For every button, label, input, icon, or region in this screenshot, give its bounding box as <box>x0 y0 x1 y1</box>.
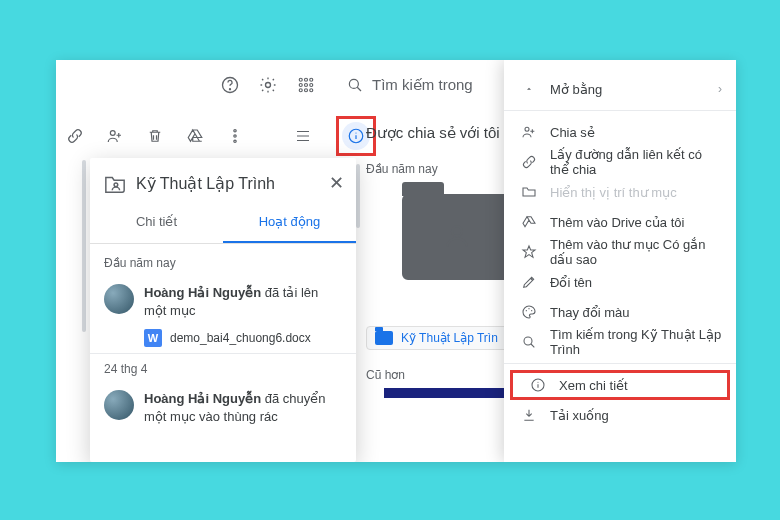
folder-outline-icon <box>518 184 540 200</box>
tab-activity[interactable]: Hoạt động <box>223 204 356 243</box>
svg-point-7 <box>305 84 308 87</box>
menu-get-link[interactable]: Lấy đường dẫn liên kết có thể chia <box>504 147 736 177</box>
share-icon <box>518 124 540 140</box>
svg-point-14 <box>234 130 236 132</box>
svg-point-3 <box>299 78 302 81</box>
svg-point-20 <box>114 183 118 187</box>
list-view-icon[interactable] <box>290 123 316 149</box>
open-with-icon <box>518 81 540 97</box>
svg-point-22 <box>526 310 527 311</box>
search-icon <box>346 76 364 94</box>
selection-toolbar <box>56 118 376 154</box>
svg-point-10 <box>305 89 308 92</box>
menu-download[interactable]: Tải xuống <box>504 400 736 430</box>
svg-point-25 <box>524 337 532 345</box>
menu-label: Thay đổi màu <box>550 305 630 320</box>
menu-add-drive[interactable]: Thêm vào Drive của tôi <box>504 207 736 237</box>
menu-search-in[interactable]: Tìm kiếm trong Kỹ Thuật Lập Trình <box>504 327 736 357</box>
download-icon <box>518 407 540 423</box>
trash-icon[interactable] <box>142 123 168 149</box>
svg-point-2 <box>266 83 271 88</box>
scroll-handle[interactable] <box>356 164 360 228</box>
avatar <box>104 284 134 314</box>
word-icon: W <box>144 329 162 347</box>
info-icon <box>527 377 549 393</box>
drive-window: Tìm kiếm trong Được chia sẻ với tôi Đầu … <box>56 60 736 462</box>
activity-date: 24 thg 4 <box>104 360 342 384</box>
file-chip[interactable]: W demo_bai4_chuong6.docx <box>144 329 342 347</box>
share-person-icon[interactable] <box>102 123 128 149</box>
activity-row: Hoàng Hải Nguyễn đã tải lên một mục <box>104 278 342 323</box>
svg-point-12 <box>349 79 358 88</box>
star-icon <box>518 244 540 260</box>
avatar <box>104 390 134 420</box>
details-panel: Kỹ Thuật Lập Trình ✕ Chi tiết Hoạt động … <box>90 158 356 462</box>
menu-label: Thêm vào thư mục Có gắn dấu sao <box>550 237 722 267</box>
activity-user: Hoàng Hải Nguyễn <box>144 285 261 300</box>
svg-point-21 <box>525 127 529 131</box>
help-icon[interactable] <box>216 71 244 99</box>
drive-add-icon <box>518 214 540 230</box>
svg-point-6 <box>299 84 302 87</box>
menu-label: Lấy đường dẫn liên kết có thể chia <box>550 147 722 177</box>
tab-details[interactable]: Chi tiết <box>90 204 223 243</box>
close-icon[interactable]: ✕ <box>329 172 344 194</box>
more-icon[interactable] <box>222 123 248 149</box>
menu-label: Tải xuống <box>550 408 609 423</box>
menu-label: Xem chi tiết <box>559 378 628 393</box>
svg-point-15 <box>234 135 236 137</box>
search-box[interactable]: Tìm kiếm trong <box>346 76 473 94</box>
svg-point-19 <box>452 226 462 236</box>
menu-add-starred[interactable]: Thêm vào thư mục Có gắn dấu sao <box>504 237 736 267</box>
activity-section-1: Đầu năm nay <box>104 254 342 278</box>
menu-label: Chia sẻ <box>550 125 595 140</box>
search-icon <box>518 334 540 350</box>
menu-view-details[interactable]: Xem chi tiết <box>510 370 730 400</box>
file-name: demo_bai4_chuong6.docx <box>170 331 311 345</box>
folder-icon <box>375 331 393 345</box>
svg-point-9 <box>299 89 302 92</box>
menu-open-with[interactable]: Mở bằng › <box>504 74 736 104</box>
menu-rename[interactable]: Đổi tên <box>504 267 736 297</box>
search-placeholder: Tìm kiếm trong <box>372 76 473 94</box>
menu-label: Đổi tên <box>550 275 592 290</box>
svg-point-24 <box>531 310 532 311</box>
panel-tabs: Chi tiết Hoạt động <box>90 204 356 244</box>
svg-point-1 <box>230 89 231 90</box>
menu-label: Thêm vào Drive của tôi <box>550 215 684 230</box>
svg-point-11 <box>310 89 313 92</box>
gear-icon[interactable] <box>254 71 282 99</box>
menu-label: Tìm kiếm trong Kỹ Thuật Lập Trình <box>550 327 722 357</box>
svg-point-4 <box>305 78 308 81</box>
svg-point-5 <box>310 78 313 81</box>
chevron-right-icon: › <box>718 82 722 96</box>
menu-show-location: Hiển thị vị trí thư mục <box>504 177 736 207</box>
panel-drag-handle[interactable] <box>82 160 86 332</box>
svg-point-23 <box>528 308 529 309</box>
palette-icon <box>518 304 540 320</box>
svg-point-8 <box>310 84 313 87</box>
svg-point-13 <box>110 131 115 136</box>
shared-folder-thumb[interactable] <box>402 194 512 280</box>
context-menu: Mở bằng › Chia sẻ Lấy đường dẫn liên kết… <box>504 60 736 462</box>
apps-grid-icon[interactable] <box>292 71 320 99</box>
menu-change-color[interactable]: Thay đổi màu <box>504 297 736 327</box>
activity-user: Hoàng Hải Nguyễn <box>144 391 261 406</box>
menu-label: Mở bằng <box>550 82 602 97</box>
activity-row: Hoàng Hải Nguyễn đã chuyển một mục vào t… <box>104 384 342 429</box>
folder-chip-label: Kỹ Thuật Lập Trìn <box>401 331 498 345</box>
svg-point-18 <box>355 132 356 133</box>
link-icon <box>518 154 540 170</box>
drive-icon[interactable] <box>182 123 208 149</box>
svg-point-27 <box>537 382 538 383</box>
folder-shared-icon <box>104 173 126 193</box>
get-link-icon[interactable] <box>62 123 88 149</box>
panel-title: Kỹ Thuật Lập Trình <box>136 174 275 193</box>
shared-folder-person-icon <box>440 219 474 256</box>
menu-label: Hiển thị vị trí thư mục <box>550 185 677 200</box>
menu-share[interactable]: Chia sẻ <box>504 117 736 147</box>
older-item-strip <box>384 388 524 398</box>
pencil-icon <box>518 274 540 290</box>
svg-point-16 <box>234 140 236 142</box>
